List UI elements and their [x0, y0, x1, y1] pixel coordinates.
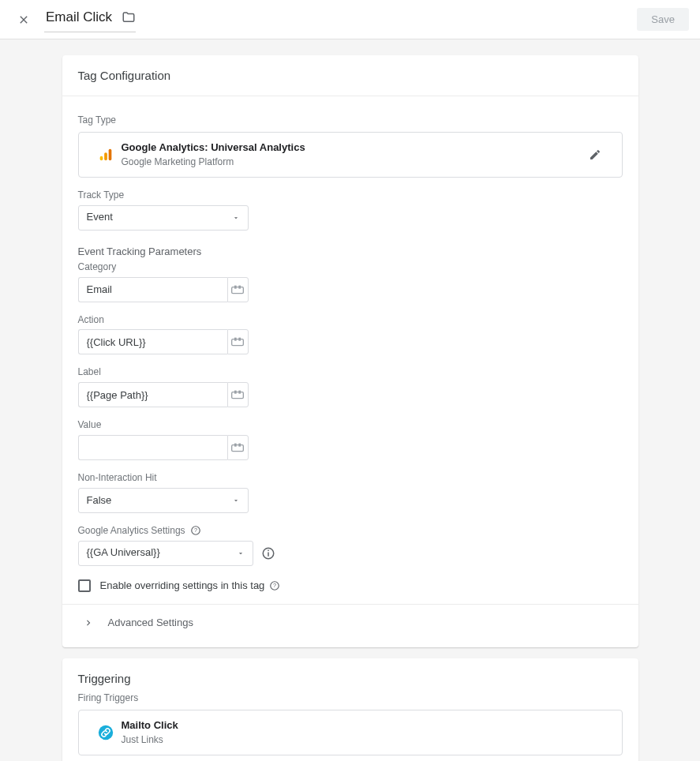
svg-rect-12	[232, 445, 244, 452]
value-label: Value	[78, 418, 623, 432]
caret-icon	[237, 549, 245, 557]
svg-rect-13	[234, 444, 237, 447]
svg-text:?: ?	[194, 527, 197, 533]
page-title[interactable]: Email Click	[44, 6, 114, 28]
svg-rect-8	[238, 338, 241, 341]
track-type-value: Event	[87, 210, 113, 224]
svg-rect-3	[232, 287, 244, 293]
ga-settings-value: {{GA Universal}}	[87, 545, 160, 560]
non-interaction-select[interactable]: False	[78, 488, 249, 513]
svg-rect-9	[232, 392, 244, 399]
trigger-row[interactable]: Mailto Click Just Links	[78, 710, 623, 755]
folder-icon[interactable]	[122, 10, 136, 24]
value-var-button[interactable]	[227, 435, 249, 460]
svg-rect-10	[234, 391, 237, 394]
help-icon[interactable]: ?	[269, 580, 280, 591]
caret-icon	[232, 214, 240, 222]
svg-rect-18	[268, 552, 269, 556]
topbar: Email Click Save	[0, 0, 700, 39]
svg-rect-5	[238, 285, 241, 288]
ga-settings-label: Google Analytics Settings ?	[78, 524, 623, 538]
non-interaction-label: Non-Interaction Hit	[78, 471, 623, 485]
label-label: Label	[78, 366, 623, 379]
variable-icon	[231, 443, 244, 452]
info-icon[interactable]	[261, 546, 275, 560]
track-type-label: Track Type	[78, 189, 623, 202]
caret-icon	[232, 497, 240, 504]
triggering-heading: Triggering	[62, 658, 638, 692]
ga-settings-label-text: Google Analytics Settings	[78, 524, 185, 538]
workspace: Tag Configuration Tag Type Google Analyt…	[0, 39, 700, 761]
svg-rect-1	[104, 152, 107, 160]
svg-rect-11	[238, 391, 241, 394]
svg-point-22	[98, 725, 112, 740]
variable-icon	[231, 390, 244, 399]
pencil-icon	[589, 148, 601, 161]
close-icon	[17, 13, 30, 26]
value-input[interactable]	[78, 435, 227, 460]
edit-tag-type-button[interactable]	[579, 148, 611, 161]
advanced-settings-label: Advanced Settings	[108, 616, 193, 630]
action-input[interactable]	[78, 329, 227, 354]
label-input[interactable]	[78, 382, 227, 407]
override-label: Enable overriding settings in this tag ?	[100, 579, 281, 593]
chevron-right-icon	[83, 617, 94, 628]
svg-rect-4	[234, 285, 237, 288]
triggering-card: Triggering Firing Triggers Mailto Click …	[62, 658, 638, 761]
label-var-button[interactable]	[227, 382, 249, 407]
trigger-type: Just Links	[122, 733, 611, 747]
svg-rect-0	[99, 156, 103, 161]
save-button[interactable]: Save	[637, 8, 689, 31]
override-label-text: Enable overriding settings in this tag	[100, 579, 265, 593]
category-var-button[interactable]	[227, 277, 249, 302]
svg-text:?: ?	[273, 583, 276, 588]
title-wrap: Email Click	[44, 6, 136, 32]
close-button[interactable]	[11, 7, 36, 32]
tag-config-heading: Tag Configuration	[62, 55, 638, 96]
link-icon	[90, 724, 122, 741]
svg-rect-2	[108, 148, 111, 160]
tag-type-label: Tag Type	[78, 114, 623, 127]
event-params-heading: Event Tracking Parameters	[78, 245, 623, 259]
action-var-button[interactable]	[227, 329, 249, 354]
svg-rect-7	[234, 338, 237, 341]
variable-icon	[231, 337, 244, 347]
variable-icon	[231, 285, 244, 294]
category-label: Category	[78, 261, 623, 274]
trigger-name: Mailto Click	[122, 718, 611, 733]
non-interaction-value: False	[87, 493, 112, 508]
tag-type-name: Google Analytics: Universal Analytics	[122, 141, 579, 155]
svg-rect-6	[232, 339, 244, 346]
tag-config-card: Tag Configuration Tag Type Google Analyt…	[62, 55, 638, 647]
firing-triggers-label: Firing Triggers	[78, 692, 623, 705]
ga-settings-select[interactable]: {{GA Universal}}	[78, 541, 253, 566]
svg-rect-14	[238, 444, 241, 447]
svg-rect-19	[268, 549, 269, 551]
track-type-select[interactable]: Event	[78, 205, 249, 231]
tag-type-box[interactable]: Google Analytics: Universal Analytics Go…	[78, 132, 623, 178]
advanced-settings-toggle[interactable]: Advanced Settings	[78, 605, 623, 641]
ga-icon	[90, 146, 122, 163]
action-label: Action	[78, 313, 623, 327]
tag-type-platform: Google Marketing Platform	[122, 156, 579, 169]
help-icon[interactable]: ?	[190, 525, 201, 536]
override-checkbox[interactable]	[78, 579, 91, 592]
category-input[interactable]	[78, 277, 227, 302]
